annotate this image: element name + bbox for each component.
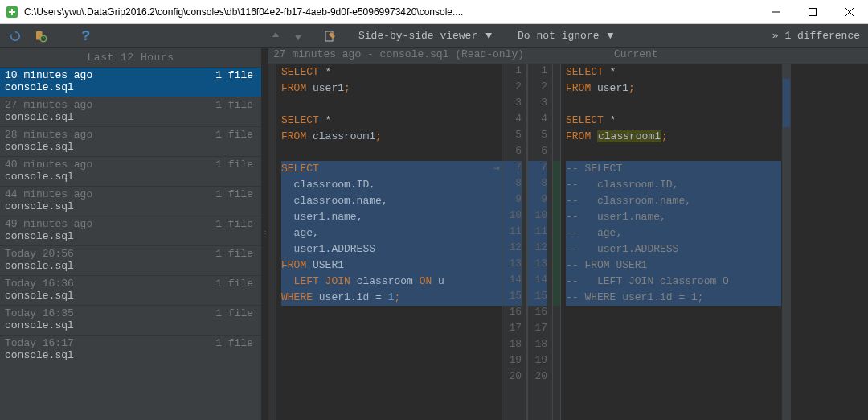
- undo-icon[interactable]: [6, 27, 24, 45]
- line-number: 16: [502, 306, 522, 322]
- ignore-mode-dropdown[interactable]: Do not ignore ▼: [513, 28, 618, 43]
- history-item[interactable]: 40 minutes ago1 fileconsole.sql: [0, 156, 261, 186]
- arrow-up-icon[interactable]: [267, 27, 285, 45]
- code-line: FROM classroom1;: [566, 129, 781, 145]
- chevron-down-icon: ▼: [607, 30, 613, 42]
- code-line: FROM user1;: [281, 80, 502, 97]
- line-number: 12: [528, 241, 547, 257]
- line-number: 3: [528, 97, 547, 113]
- history-time: Today 16:17: [5, 337, 74, 349]
- line-number: 4: [502, 113, 522, 129]
- line-number: 1: [502, 64, 522, 80]
- code-line: SELECT *: [566, 113, 781, 129]
- arrow-down-icon[interactable]: [289, 27, 307, 45]
- close-button[interactable]: [831, 0, 868, 24]
- diff-area: 27 minutes ago - console.sql (Read-only)…: [268, 48, 868, 420]
- history-item[interactable]: Today 16:171 fileconsole.sql: [0, 335, 261, 364]
- line-number: 10: [528, 209, 547, 225]
- code-line: -- SELECT: [566, 161, 781, 177]
- history-time: Today 20:56: [5, 248, 74, 260]
- code-line: LEFT JOIN classroom ON u: [281, 274, 502, 290]
- line-number: 6: [502, 145, 522, 161]
- code-line: [281, 354, 502, 370]
- code-line: [566, 370, 781, 386]
- ignore-mode-label: Do not ignore: [518, 30, 599, 42]
- viewer-mode-dropdown[interactable]: Side-by-side viewer ▼: [354, 28, 497, 43]
- line-number: 2: [502, 80, 522, 97]
- refresh-icon[interactable]: [32, 27, 50, 45]
- history-item[interactable]: Today 20:561 fileconsole.sql: [0, 245, 261, 275]
- code-line: -- WHERE user1.id = 1;: [566, 290, 781, 306]
- history-item[interactable]: Today 16:351 fileconsole.sql: [0, 305, 261, 335]
- code-line: WHERE user1.id = 1;: [281, 290, 502, 306]
- code-line: -- user1.ADDRESS: [566, 241, 781, 257]
- code-line: [281, 97, 502, 113]
- overview-ruler[interactable]: [781, 64, 791, 420]
- history-item[interactable]: Today 16:361 fileconsole.sql: [0, 275, 261, 305]
- titlebar: C:\Users\ywu\.DataGrip2016.2\config\cons…: [0, 0, 868, 24]
- code-line: [281, 338, 502, 354]
- diff-marker[interactable]: [783, 79, 790, 127]
- window-controls: [757, 0, 868, 24]
- collapse-icon[interactable]: ⇥: [493, 161, 500, 177]
- minimize-button[interactable]: [757, 0, 794, 24]
- history-list: 10 minutes ago1 fileconsole.sql27 minute…: [0, 67, 261, 364]
- history-file: console.sql: [5, 81, 253, 93]
- edit-icon[interactable]: [321, 27, 339, 45]
- history-file: console.sql: [5, 260, 253, 272]
- right-gutter: [553, 64, 561, 420]
- history-item[interactable]: 28 minutes ago1 fileconsole.sql: [0, 126, 261, 156]
- diff-left-pane[interactable]: SELECT *FROM user1;SELECT *FROM classroo…: [268, 64, 502, 420]
- history-item[interactable]: 49 minutes ago1 fileconsole.sql: [0, 216, 261, 245]
- code-line: age,: [281, 225, 502, 241]
- code-line: SELECT *: [281, 113, 502, 129]
- code-line: -- FROM USER1: [566, 257, 781, 274]
- history-time: Today 16:35: [5, 307, 74, 319]
- line-number: 14: [502, 274, 522, 290]
- history-item[interactable]: 10 minutes ago1 fileconsole.sql: [0, 67, 261, 97]
- history-meta: 1 file: [215, 159, 253, 171]
- history-meta: 1 file: [215, 69, 253, 81]
- line-number: 1: [528, 64, 547, 80]
- code-line: [566, 145, 781, 161]
- maximize-button[interactable]: [794, 0, 831, 24]
- splitter[interactable]: ⋮: [262, 48, 268, 420]
- history-meta: 1 file: [215, 278, 253, 290]
- history-meta: 1 file: [215, 307, 253, 319]
- code-line: user1.ADDRESS: [281, 241, 502, 257]
- history-file: console.sql: [5, 349, 253, 361]
- history-file: console.sql: [5, 230, 253, 242]
- line-number-gutter: 1234567891011121314151617181920 12345678…: [502, 64, 553, 420]
- history-file: console.sql: [5, 171, 253, 183]
- code-line: [281, 306, 502, 322]
- code-line: [566, 338, 781, 354]
- history-meta: 1 file: [215, 129, 253, 141]
- line-number: 15: [502, 290, 522, 306]
- history-time: 49 minutes ago: [5, 218, 92, 230]
- line-number: 18: [502, 338, 522, 354]
- line-number: 12: [502, 241, 522, 257]
- chevron-down-icon: ▼: [485, 30, 492, 42]
- line-number: 13: [502, 257, 522, 274]
- code-line: [281, 370, 502, 386]
- viewer-mode-label: Side-by-side viewer: [358, 30, 477, 42]
- window-title: C:\Users\ywu\.DataGrip2016.2\config\cons…: [24, 6, 757, 18]
- history-file: console.sql: [5, 141, 253, 153]
- history-meta: 1 file: [215, 337, 253, 349]
- code-line: -- age,: [566, 225, 781, 241]
- line-number: 9: [528, 193, 547, 209]
- toolbar: ? Side-by-side viewer ▼ Do not ignore ▼ …: [0, 24, 868, 48]
- code-line: user1.name,: [281, 209, 502, 225]
- history-item[interactable]: 27 minutes ago1 fileconsole.sql: [0, 97, 261, 126]
- code-line: [566, 354, 781, 370]
- history-time: 10 minutes ago: [5, 69, 92, 81]
- history-file: console.sql: [5, 111, 253, 123]
- history-item[interactable]: 44 minutes ago1 fileconsole.sql: [0, 186, 261, 216]
- line-number: 3: [502, 97, 522, 113]
- code-line: [281, 322, 502, 338]
- line-number: 9: [502, 193, 522, 209]
- help-icon[interactable]: ?: [77, 27, 95, 45]
- diff-right-pane[interactable]: SELECT *FROM user1;SELECT *FROM classroo…: [553, 64, 781, 420]
- line-number: 19: [502, 354, 522, 370]
- code-line: classroom.ID,: [281, 177, 502, 193]
